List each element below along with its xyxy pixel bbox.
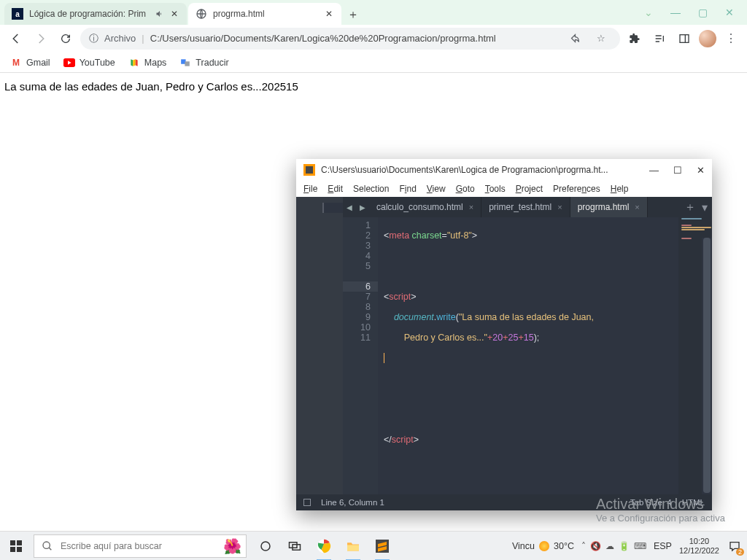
menu-find[interactable]: Find xyxy=(399,184,416,194)
task-view-icon[interactable] xyxy=(285,536,305,556)
reload-button[interactable] xyxy=(55,28,76,49)
system-tray[interactable]: ˄ 🔇 ☁ 🔋 ⌨ xyxy=(581,541,646,551)
sublime-sidebar[interactable] xyxy=(296,197,343,494)
status-syntax[interactable]: HTML xyxy=(682,498,705,507)
close-tab-icon[interactable]: × xyxy=(469,203,473,211)
editor-scrollbar[interactable] xyxy=(702,238,712,494)
taskbar-app-sublime[interactable] xyxy=(372,536,392,556)
sublime-titlebar[interactable]: C:\Users\usuario\Documents\Karen\Logica … xyxy=(296,159,712,181)
sublime-close-button[interactable]: ✕ xyxy=(697,165,705,176)
forward-button[interactable] xyxy=(31,28,51,49)
bookmark-maps[interactable]: Maps xyxy=(128,57,167,69)
bookmark-label: Maps xyxy=(144,58,167,68)
close-tab-icon[interactable]: ✕ xyxy=(324,9,334,19)
tab-overflow-icon[interactable]: ▾ xyxy=(702,201,708,214)
site-info-icon[interactable]: ⓘ xyxy=(89,32,98,45)
bookmark-translate[interactable]: Traducir xyxy=(179,57,228,69)
sublime-maximize-button[interactable]: ☐ xyxy=(673,165,682,176)
tray-keyboard-icon[interactable]: ⌨ xyxy=(634,541,646,551)
browser-tabstrip: a Lógica de programación: Prim ✕ progrma… xyxy=(0,0,747,25)
menu-help[interactable]: Help xyxy=(611,184,629,194)
reading-list-icon[interactable] xyxy=(649,28,670,49)
menu-preferences[interactable]: Preferences xyxy=(553,184,600,194)
sun-icon xyxy=(539,541,549,551)
search-placeholder: Escribe aquí para buscar xyxy=(61,541,162,551)
tray-onedrive-icon[interactable]: ☁ xyxy=(605,541,614,551)
menu-file[interactable]: File xyxy=(303,184,317,194)
profile-avatar[interactable] xyxy=(699,30,716,47)
gutter: 12345 67891011 xyxy=(343,217,378,494)
tab-scroll-right[interactable]: ▶ xyxy=(356,197,369,217)
kebab-menu-icon[interactable]: ⋮ xyxy=(721,28,741,49)
side-panel-icon[interactable] xyxy=(674,28,694,49)
url-text: C:/Users/usuario/Documents/Karen/Logica%… xyxy=(150,33,559,44)
editor-tab-active[interactable]: progrma.html× xyxy=(570,197,648,217)
status-panel-icon[interactable] xyxy=(303,499,311,506)
close-tab-icon[interactable]: × xyxy=(635,203,639,211)
url-scheme: Archivo xyxy=(104,33,136,44)
bookmark-label: Gmail xyxy=(26,58,50,68)
minimize-button[interactable]: — xyxy=(670,7,681,18)
browser-tab-inactive[interactable]: a Lógica de programación: Prim ✕ xyxy=(4,3,187,25)
close-tab-icon[interactable]: × xyxy=(557,203,562,211)
browser-tab-active[interactable]: progrma.html ✕ xyxy=(188,3,341,25)
address-bar[interactable]: ⓘ Archivo | C:/Users/usuario/Documents/K… xyxy=(80,28,620,50)
bookmark-label: Traducir xyxy=(196,58,228,68)
taskbar-search[interactable]: Escribe aquí para buscar 🌺 xyxy=(34,534,247,558)
tab-scroll-left[interactable]: ◀ xyxy=(343,197,356,217)
share-icon[interactable] xyxy=(565,28,585,49)
translate-icon xyxy=(179,57,191,69)
back-button[interactable] xyxy=(6,28,26,49)
sublime-window[interactable]: C:\Users\usuario\Documents\Karen\Logica … xyxy=(296,159,712,510)
favicon-globe xyxy=(196,8,207,20)
url-divider: | xyxy=(142,33,144,44)
new-tab-icon[interactable]: ＋ xyxy=(684,200,696,215)
code-area[interactable]: <meta charset="utf-8"> <script> document… xyxy=(378,217,678,494)
menu-view[interactable]: View xyxy=(427,184,446,194)
cortana-icon[interactable] xyxy=(255,536,276,556)
close-window-button[interactable]: ✕ xyxy=(725,7,734,18)
tray-battery-icon[interactable]: 🔋 xyxy=(619,541,630,551)
bookmark-label: YouTube xyxy=(80,58,115,68)
chrome-account-icon[interactable]: ⌄ xyxy=(644,7,653,18)
svg-point-10 xyxy=(43,542,50,548)
audio-icon[interactable] xyxy=(155,9,165,19)
taskbar-language[interactable]: ESP xyxy=(654,541,672,551)
taskbar-weather[interactable]: Vincu 30°C xyxy=(512,541,574,551)
new-tab-button[interactable]: ＋ xyxy=(343,4,363,25)
window-controls: ⌄ — ▢ ✕ xyxy=(644,0,747,25)
sublime-tabbar: ◀ ▶ calculo_consumo.html× primer_test.ht… xyxy=(343,197,712,217)
maps-icon xyxy=(128,57,140,69)
bookmark-star-icon[interactable]: ☆ xyxy=(591,28,611,49)
bookmark-gmail[interactable]: M Gmail xyxy=(10,57,50,69)
sublime-minimize-button[interactable]: — xyxy=(649,165,659,176)
editor-tab[interactable]: primer_test.html× xyxy=(481,197,570,217)
taskbar-app-explorer[interactable] xyxy=(343,536,363,556)
start-button[interactable] xyxy=(0,532,32,561)
status-cursor-pos[interactable]: Line 6, Column 1 xyxy=(321,498,384,507)
menu-selection[interactable]: Selection xyxy=(353,184,389,194)
action-center-icon[interactable]: 2 xyxy=(727,538,743,554)
sublime-logo-icon xyxy=(303,164,315,176)
menu-tools[interactable]: Tools xyxy=(485,184,506,194)
menu-goto[interactable]: Goto xyxy=(456,184,475,194)
menu-edit[interactable]: Edit xyxy=(328,184,343,194)
taskbar-app-chrome[interactable] xyxy=(314,536,334,556)
bookmark-youtube[interactable]: YouTube xyxy=(63,57,115,69)
sublime-editor[interactable]: 12345 67891011 <meta charset="utf-8"> <s… xyxy=(343,217,712,494)
tray-volume-icon[interactable]: 🔇 xyxy=(590,541,601,551)
menu-project[interactable]: Project xyxy=(516,184,543,194)
maximize-button[interactable]: ▢ xyxy=(698,7,708,18)
close-tab-icon[interactable]: ✕ xyxy=(169,9,179,19)
extensions-icon[interactable] xyxy=(624,28,645,49)
bookmarks-bar: M Gmail YouTube Maps Traducir xyxy=(0,52,747,73)
status-tabsize[interactable]: Tab Size: 4 xyxy=(630,498,672,507)
taskbar-clock[interactable]: 10:20 12/12/2022 xyxy=(679,537,719,556)
editor-tab[interactable]: calculo_consumo.html× xyxy=(369,197,481,217)
svg-line-11 xyxy=(49,548,51,550)
tray-overflow-icon[interactable]: ˄ xyxy=(581,541,586,551)
weather-label: Vincu xyxy=(512,541,535,551)
weather-temp: 30°C xyxy=(554,541,574,551)
page-body-text: La suma de las edades de Juan, Pedro y C… xyxy=(4,80,298,93)
gmail-icon: M xyxy=(10,57,22,69)
